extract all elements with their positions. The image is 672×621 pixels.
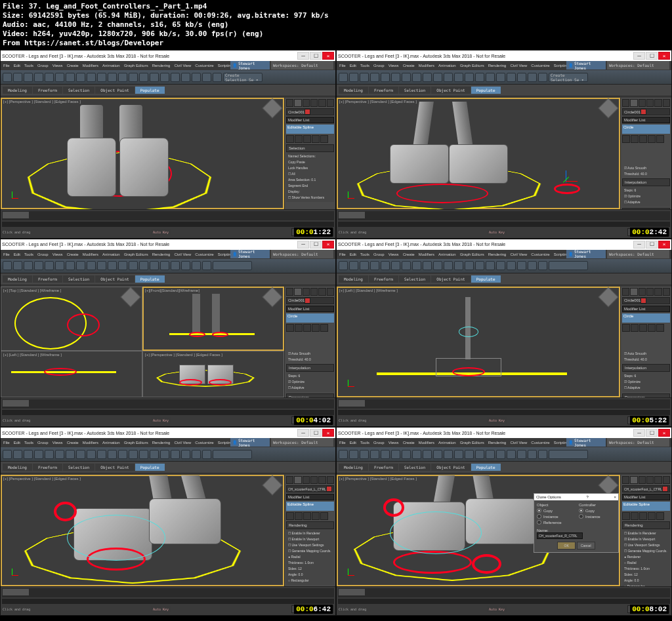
video-timestamp: 00:01:22 <box>294 228 333 237</box>
workspace-selector[interactable]: Workspaces: Default <box>271 61 333 70</box>
modifier-stack[interactable]: Editable Spline <box>286 125 334 134</box>
left-viewport[interactable]: [+] [Left ] [Standard ] [Wireframe ] <box>337 287 620 398</box>
modifier-list-dropdown[interactable]: Modifier List <box>286 117 334 123</box>
perspective-viewport[interactable]: [+] [Perspective ] [Standard ] [Edged Fa… <box>1 98 284 209</box>
top-viewport[interactable]: [+] [Top ] [Standard ] [Wireframe ] <box>1 287 142 351</box>
clone-name-input[interactable]: CH_scooterFoot_R_CTRL <box>537 532 583 539</box>
window-titlebar[interactable]: SCOOTER - Legs and Feet [3 - IK].max - A… <box>1 50 335 61</box>
ok-button[interactable]: OK <box>557 542 576 550</box>
frame-3: SCOOTER - Legs and Feet [3 - IK].max - A… <box>0 239 336 428</box>
ribbon-tabs[interactable]: ModelingFreeformSelectionObject PaintPop… <box>1 85 335 96</box>
dialog-help-icon[interactable]: ? <box>587 495 589 499</box>
frame-6: SCOOTER - Legs and Feet [3 - IK].max - A… <box>336 427 672 616</box>
minimize-button[interactable]: ─ <box>297 52 309 60</box>
frame-1: SCOOTER - Legs and Feet [3 - IK].max - A… <box>0 50 336 239</box>
command-panel[interactable]: Circle001 Modifier List Editable Spline … <box>284 98 335 209</box>
left-viewport[interactable]: [+] [Left ] [Standard ] [Wireframe ] <box>1 351 142 397</box>
autokey-toggle[interactable]: Auto Key <box>151 229 171 235</box>
front-viewport[interactable]: [+][Front][Standard][Wireframe] <box>142 287 284 351</box>
frame-2: SCOOTER - Legs and Feet [3 - IK].max - A… <box>336 50 672 239</box>
file-info-header: File: 37. Leg_and_Foot_Controllers_-_Par… <box>0 0 672 50</box>
maximize-button[interactable]: ☐ <box>310 52 322 60</box>
screenshot-grid: SCOOTER - Legs and Feet [3 - IK].max - A… <box>0 50 672 616</box>
object-name-field: Circle001 <box>286 108 334 115</box>
perspective-viewport[interactable]: [+] [Perspective ] [Standard ] [Edged Fa… <box>1 475 284 586</box>
modify-tab[interactable] <box>294 99 301 107</box>
close-button[interactable]: × <box>322 52 334 60</box>
viewcube[interactable] <box>262 98 282 118</box>
dialog-close-icon[interactable]: × <box>614 495 616 499</box>
axis-tripod <box>5 191 18 205</box>
clone-reference-radio[interactable]: Reference <box>537 520 574 525</box>
perspective-viewport[interactable]: [+] [Perspective ] [Standard ] [Edged Fa… <box>337 98 620 209</box>
timeline[interactable]: Click and drag Auto Key <box>1 209 335 238</box>
clone-copy-radio[interactable]: Copy <box>537 508 574 513</box>
frame-5: SCOOTER - Legs and Feet [3 - IK].max - A… <box>0 427 336 616</box>
frame-4: SCOOTER - Legs and Feet [3 - IK].max - A… <box>336 239 672 428</box>
signin-badge[interactable]: 👤 Stewart Jones <box>230 61 270 70</box>
cancel-button[interactable]: Cancel <box>577 542 595 550</box>
time-slider[interactable] <box>2 211 334 220</box>
clone-options-dialog[interactable]: Clone Options?× Object Copy Instance Ref… <box>534 493 619 553</box>
perspective-viewport[interactable]: [+] [Perspective ] [Standard ] [Edged Fa… <box>142 351 284 397</box>
main-toolbar[interactable]: Create Selection Se ▾ <box>1 70 335 85</box>
clone-instance-radio[interactable]: Instance <box>537 514 574 519</box>
